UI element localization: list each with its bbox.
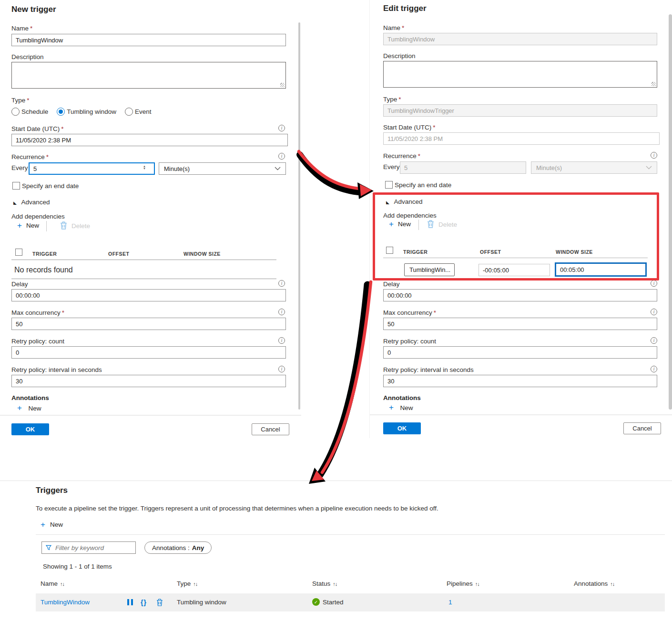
info-icon[interactable]: i [651, 152, 657, 159]
info-icon[interactable]: i [278, 153, 285, 160]
new-trigger-button[interactable]: New [50, 521, 63, 528]
info-icon[interactable]: i [651, 366, 657, 372]
plus-icon: + [389, 403, 394, 411]
radio-tumbling-window[interactable] [57, 108, 65, 116]
new-trigger-panel: New trigger Name* Description Type* Sche… [0, 0, 301, 438]
triggers-description: To execute a pipeline set the trigger. T… [36, 505, 438, 512]
info-icon[interactable]: i [278, 309, 285, 315]
annotations-label: Annotations [11, 394, 49, 401]
radio-event[interactable] [125, 108, 133, 116]
retry-interval-input[interactable] [383, 375, 657, 387]
name-input [383, 33, 657, 45]
radio-schedule-label: Schedule [21, 108, 48, 115]
col-name[interactable]: Name↑↓ [41, 580, 64, 587]
cancel-button[interactable]: Cancel [252, 423, 289, 435]
col-pipelines[interactable]: Pipelines↑↓ [447, 580, 479, 587]
advanced-label: Advanced [21, 199, 50, 206]
info-icon[interactable]: i [278, 280, 285, 287]
annotations-label: Annotations [383, 394, 421, 401]
trash-icon[interactable] [156, 599, 163, 606]
select-all-checkbox[interactable] [15, 249, 22, 256]
vertical-scrollbar[interactable] [669, 14, 672, 410]
dependency-toolbar: + New [17, 221, 39, 230]
section-divider [0, 481, 672, 481]
resize-grip-icon[interactable] [280, 83, 285, 87]
max-concurrency-input[interactable] [11, 318, 286, 330]
page-title: New trigger [11, 5, 56, 14]
type-radio-group: Schedule Tumbling window Event [11, 108, 152, 116]
annotations-filter-pill[interactable]: Annotations : Any [144, 541, 212, 554]
vertical-scrollbar[interactable] [298, 22, 300, 410]
filter-input[interactable] [55, 544, 132, 551]
ok-button[interactable]: OK [11, 423, 49, 435]
advanced-toggle[interactable]: ◣ Advanced [13, 198, 50, 206]
name-label: Name* [383, 24, 404, 31]
description-input[interactable] [383, 61, 657, 88]
retry-interval-label: Retry policy: interval in seconds [383, 366, 474, 373]
new-annotation-button[interactable]: New [400, 404, 413, 411]
new-dependency-button[interactable]: New [26, 222, 39, 229]
number-spinner-icon[interactable]: ▲▼ [143, 165, 146, 170]
name-label: Name* [11, 25, 32, 32]
col-type[interactable]: Type↑↓ [177, 580, 197, 587]
name-input[interactable] [11, 34, 286, 46]
showing-count-text: Showing 1 - 1 of 1 items [43, 563, 112, 570]
code-braces-icon[interactable]: {} [141, 599, 147, 606]
sort-icon: ↑↓ [333, 581, 337, 587]
unit-select[interactable]: Minute(s) [159, 162, 286, 175]
type-input [383, 104, 657, 117]
col-annotations[interactable]: Annotations↑↓ [574, 580, 614, 587]
new-trigger-toolbar: + New [41, 521, 63, 529]
annotations-filter-prefix: Annotations : [152, 544, 190, 551]
chevron-down-icon [646, 166, 652, 170]
delay-label: Delay [383, 280, 400, 288]
description-input[interactable] [11, 62, 286, 89]
pause-icon[interactable] [127, 599, 133, 605]
radio-schedule[interactable] [11, 108, 20, 116]
triggers-title: Triggers [36, 486, 68, 495]
no-records-text: No records found [14, 266, 73, 274]
divider [11, 260, 276, 260]
new-annotation-button[interactable]: New [28, 405, 41, 412]
sort-icon: ↑↓ [610, 581, 614, 587]
description-label: Description [11, 53, 44, 60]
unit-select: Minute(s) [531, 161, 657, 174]
delay-input[interactable] [383, 289, 657, 301]
info-icon[interactable]: i [651, 280, 657, 287]
every-input[interactable] [29, 162, 155, 175]
annotations-new-clipped: + New [389, 403, 446, 411]
trash-icon [60, 221, 67, 230]
status-text: Started [323, 599, 344, 606]
info-icon[interactable]: i [278, 337, 285, 344]
screenshot-canvas: New trigger Name* Description Type* Sche… [0, 0, 672, 621]
every-label: Every [11, 164, 28, 171]
info-icon[interactable]: i [278, 366, 285, 372]
radio-tumbling-window-label: Tumbling window [67, 108, 116, 115]
end-date-checkbox[interactable] [385, 181, 393, 189]
resize-grip-icon[interactable] [652, 82, 656, 86]
start-date-input[interactable] [11, 134, 288, 146]
dep-col-offset: OFFSET [108, 251, 129, 257]
trigger-name-link[interactable]: TumblingWindow [41, 599, 90, 606]
info-icon[interactable]: i [651, 309, 657, 315]
ok-button[interactable]: OK [383, 422, 421, 434]
status-cell: ✓ Started [312, 598, 344, 606]
retry-interval-input[interactable] [11, 375, 286, 387]
delay-input[interactable] [11, 289, 286, 301]
max-concurrency-input[interactable] [383, 318, 657, 330]
pipelines-count-link[interactable]: 1 [448, 599, 452, 606]
table-row: TumblingWindow {} Tumbling window ✓ Star… [36, 593, 665, 611]
retry-count-input[interactable] [383, 346, 657, 359]
end-date-checkbox[interactable] [12, 182, 20, 190]
retry-count-label: Retry policy: count [383, 338, 436, 345]
cancel-button[interactable]: Cancel [623, 422, 661, 434]
footer-divider [0, 415, 301, 416]
max-concurrency-label: Max concurrency* [383, 309, 436, 316]
col-status[interactable]: Status↑↓ [312, 580, 337, 587]
description-label: Description [383, 52, 416, 60]
collapse-triangle-icon: ◣ [13, 200, 17, 205]
info-icon[interactable]: i [651, 337, 657, 344]
info-icon[interactable]: i [278, 125, 285, 131]
page-title: Edit trigger [383, 4, 427, 13]
retry-count-input[interactable] [11, 346, 286, 359]
